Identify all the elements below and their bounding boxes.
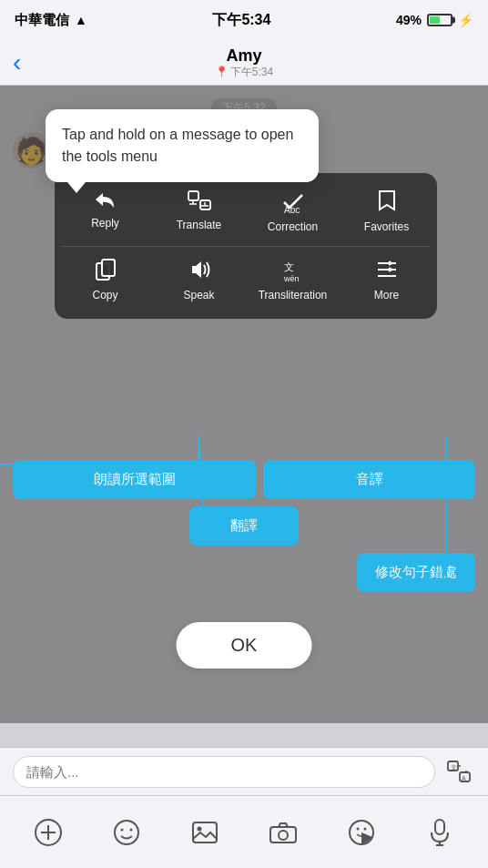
chat-title: Amy xyxy=(226,46,261,66)
camera-button[interactable] xyxy=(263,812,303,853)
page: 中華電信 ▲ 下午5:34 49% ⚡ ‹ Amy 📍 下午5:34 下午5:3… xyxy=(0,0,488,868)
add-button[interactable] xyxy=(28,812,68,853)
carrier-label: 中華電信 xyxy=(15,12,69,29)
tooltip-container: Tap and hold on a message to open the to… xyxy=(46,109,319,193)
action-row-1: 朗讀所選範圍 音譯 xyxy=(0,460,488,499)
svg-point-25 xyxy=(115,821,138,844)
tool-speak[interactable]: Speak xyxy=(163,254,236,307)
sticker-button[interactable] xyxy=(341,812,381,853)
charging-icon: ⚡ xyxy=(458,13,473,27)
read-range-button[interactable]: 朗讀所選範圍 xyxy=(13,460,256,499)
nav-time: 下午5:34 xyxy=(230,66,273,78)
svg-point-29 xyxy=(198,826,202,831)
location-icon: 📍 xyxy=(215,66,229,78)
svg-point-33 xyxy=(357,827,360,830)
tooltip-text: Tap and hold on a message to open the to… xyxy=(62,127,293,164)
svg-point-31 xyxy=(279,831,288,840)
ok-button[interactable]: OK xyxy=(177,622,312,669)
svg-point-34 xyxy=(364,827,367,830)
wifi-icon: ▲ xyxy=(75,13,87,27)
svg-text:文: 文 xyxy=(451,764,457,771)
tooltip-arrow xyxy=(67,182,86,193)
tool-copy[interactable]: Copy xyxy=(69,254,142,307)
reply-label: Reply xyxy=(91,217,119,231)
more-icon xyxy=(374,258,400,285)
copy-icon xyxy=(95,258,117,285)
svg-rect-8 xyxy=(102,260,115,276)
emoji-button[interactable] xyxy=(107,812,147,853)
tools-row-2: Copy Speak 文 wén xyxy=(55,247,437,314)
svg-rect-35 xyxy=(435,820,444,834)
battery-percent: 49% xyxy=(396,13,422,27)
action-row-2: 翻譯 xyxy=(0,506,488,546)
input-bar: 文 A xyxy=(0,747,488,795)
phonetic-button[interactable]: 音譯 xyxy=(263,460,475,499)
nav-bar: ‹ Amy 📍 下午5:34 xyxy=(0,40,488,86)
tool-favorites[interactable]: Favorites xyxy=(351,186,423,239)
translate-button[interactable]: 翻譯 xyxy=(189,506,299,546)
correction-label: Correction xyxy=(268,220,318,235)
transliteration-label: Transliteration xyxy=(259,289,328,303)
status-bar: 中華電信 ▲ 下午5:34 49% ⚡ xyxy=(0,0,488,40)
speak-icon xyxy=(187,258,212,285)
action-area: 朗讀所選範圍 音譯 翻譯 修改句子錯處 xyxy=(0,460,488,599)
nav-subtitle: 📍 下午5:34 xyxy=(215,66,273,78)
tool-reply[interactable]: Reply xyxy=(69,186,142,239)
svg-text:Abc: Abc xyxy=(284,205,300,213)
ok-section: OK xyxy=(177,622,312,669)
copy-label: Copy xyxy=(92,289,117,303)
tool-more[interactable]: More xyxy=(351,254,423,307)
svg-point-26 xyxy=(121,828,124,831)
status-time: 下午5:34 xyxy=(212,11,270,30)
svg-point-27 xyxy=(130,828,133,831)
tool-transliteration[interactable]: 文 wén Transliteration xyxy=(257,254,330,307)
back-button[interactable]: ‹ xyxy=(13,48,21,77)
battery-icon xyxy=(427,14,452,26)
svg-text:A: A xyxy=(462,775,466,781)
favorites-label: Favorites xyxy=(364,220,409,235)
translate-label: Translate xyxy=(177,219,222,233)
more-label: More xyxy=(374,289,399,303)
speak-label: Speak xyxy=(183,289,214,303)
bottom-toolbar xyxy=(0,795,488,868)
tooltip-box: Tap and hold on a message to open the to… xyxy=(46,109,319,182)
svg-text:wén: wén xyxy=(283,274,300,281)
tools-menu: Reply Translate xyxy=(55,173,437,319)
status-right: 49% ⚡ xyxy=(396,13,473,27)
battery-fill xyxy=(430,16,440,24)
voice-button[interactable] xyxy=(420,812,460,853)
status-left: 中華電信 ▲ xyxy=(15,12,87,29)
svg-rect-28 xyxy=(193,822,217,842)
transliteration-icon: 文 wén xyxy=(280,258,306,285)
input-translate-button[interactable]: 文 A xyxy=(442,755,475,788)
image-button[interactable] xyxy=(185,812,225,853)
nav-title-group: Amy 📍 下午5:34 xyxy=(215,46,273,79)
fix-sentence-button[interactable]: 修改句子錯處 xyxy=(357,553,475,592)
svg-text:文: 文 xyxy=(284,261,294,272)
translate-icon xyxy=(187,189,212,215)
correction-icon: Abc xyxy=(280,189,306,217)
action-row-3: 修改句子錯處 xyxy=(0,553,488,592)
favorites-icon xyxy=(376,189,398,217)
tool-translate[interactable]: Translate xyxy=(163,186,236,239)
message-input[interactable] xyxy=(13,756,435,788)
tool-correction[interactable]: Abc Correction xyxy=(257,186,330,239)
